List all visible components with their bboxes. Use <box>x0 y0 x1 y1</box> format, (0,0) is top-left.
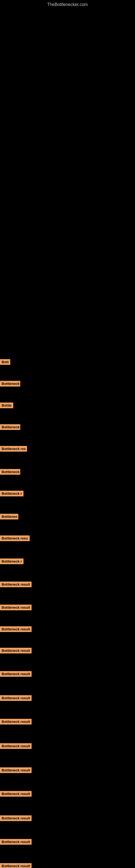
bottleneck-result-label: Bottleneck result <box>0 648 32 653</box>
bottleneck-result-label: Bottleneck r <box>0 558 24 564</box>
bottleneck-result-label: Bottleneck result <box>0 626 32 632</box>
site-title: TheBottlenecker.com <box>0 0 135 9</box>
bottleneck-result-label: Bottleneck result <box>0 767 32 773</box>
bottleneck-result-label: Bottleneck result <box>0 791 32 797</box>
bottleneck-result-label: Bottleneck result <box>0 863 32 868</box>
bottleneck-result-label: Bottleneck res <box>0 446 27 452</box>
bottleneck-result-label: Bottleneck result <box>0 604 32 610</box>
bottleneck-result-label: Bottleneck result <box>0 815 32 821</box>
bottleneck-result-label: Bottleneck result <box>0 695 32 701</box>
bottleneck-result-label: Bottleneck <box>0 469 20 475</box>
bottleneck-result-label: Bottleneck <box>0 381 20 386</box>
bottleneck-result-label: Bottleneck result <box>0 671 32 677</box>
bottleneck-result-label: Bottleneck r <box>0 491 24 496</box>
bottleneck-result-label: Bottle <box>0 403 13 408</box>
bottleneck-result-label: Bottleneck result <box>0 582 32 587</box>
bottleneck-result-label: Bottleneck <box>0 424 20 430</box>
bottleneck-result-label: Bottleneck result <box>0 743 32 749</box>
bottleneck-result-label: Bottleneck result <box>0 839 32 845</box>
bottleneck-result-label: Bottleneck resu <box>0 535 30 541</box>
bottleneck-result-label: Bott <box>0 359 10 365</box>
bottleneck-result-label: Bottleneck result <box>0 719 32 724</box>
bottleneck-result-label: Bottlenec <box>0 514 18 520</box>
